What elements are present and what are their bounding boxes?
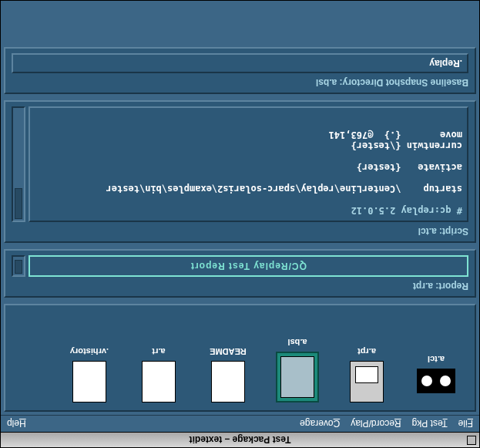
menu-record-play[interactable]: Record/Play <box>351 419 401 429</box>
file-label: README <box>210 347 247 356</box>
report-panel: Report: a.rpt QC/Replay Test Report <box>4 249 476 298</box>
scrollbar-thumb[interactable] <box>15 260 22 274</box>
menu-help[interactable]: Help <box>7 419 26 429</box>
plain-icon <box>72 361 106 403</box>
menu-test-pkg[interactable]: Test Pkg <box>412 419 448 429</box>
baseline-label: Baseline Snapshot Directory: a.bsl <box>12 77 468 88</box>
file-label: a.rt <box>152 347 165 356</box>
menubar: File Test Pkg Record/Play Coverage Help <box>1 415 479 432</box>
scrollbar-thumb[interactable] <box>15 188 22 219</box>
file-icon-README[interactable]: README <box>205 347 251 403</box>
report-title: QC/Replay Test Report <box>29 255 468 277</box>
file-label: .vrhistory <box>70 347 109 356</box>
plain-icon <box>142 361 176 403</box>
doc-icon <box>350 361 384 403</box>
script-content[interactable]: # qc:replay 2.5.0.12 startup \CenterLine… <box>29 106 468 222</box>
menu-file[interactable]: File <box>458 419 473 429</box>
file-icon-area: a.tcla.rpta.bslREADMEa.rt.vrhistory <box>4 304 476 412</box>
file-icon-a-tcl[interactable]: a.tcl <box>413 355 459 403</box>
plain-icon <box>211 361 245 403</box>
file-label: a.rpt <box>357 347 376 356</box>
baseline-input[interactable]: .Replay <box>12 53 468 73</box>
app-window: Test Package – textedit File Test Pkg Re… <box>0 0 480 448</box>
report-label: Report: a.rpt <box>12 281 468 291</box>
tape-icon <box>417 369 455 393</box>
file-label: a.tcl <box>428 355 445 364</box>
report-scrollbar[interactable] <box>12 255 25 277</box>
script-scrollbar[interactable] <box>12 106 25 222</box>
file-icon-a-bsl[interactable]: a.bsl <box>274 338 321 403</box>
titlebar[interactable]: Test Package – textedit <box>1 432 479 447</box>
menu-coverage[interactable]: Coverage <box>300 419 340 429</box>
baseline-panel: Baseline Snapshot Directory: a.bsl .Repl… <box>4 47 476 94</box>
script-panel: Script: a.tcl # qc:replay 2.5.0.12 start… <box>4 100 476 243</box>
window-menu-icon[interactable] <box>467 436 476 445</box>
file-icon--vrhistory[interactable]: .vrhistory <box>66 347 112 403</box>
window-title: Test Package – textedit <box>190 435 291 446</box>
file-label: a.bsl <box>287 338 307 347</box>
file-icon-a-rt[interactable]: a.rt <box>136 347 182 403</box>
box-icon <box>280 356 314 398</box>
file-icon-a-rpt[interactable]: a.rpt <box>344 347 390 403</box>
script-label: Script: a.tcl <box>12 226 468 237</box>
